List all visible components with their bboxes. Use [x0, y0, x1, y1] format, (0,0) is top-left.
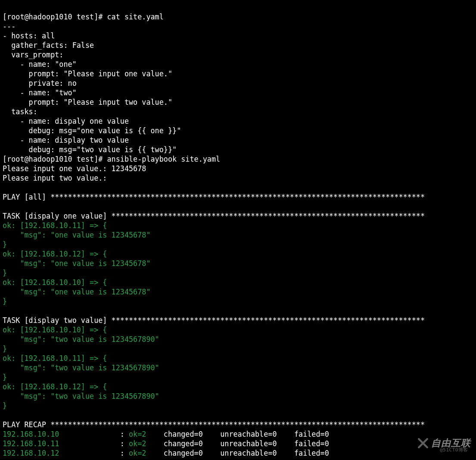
- yaml-line: - name: display two value: [3, 136, 129, 144]
- recap-host: 192.168.10.12: [3, 449, 116, 457]
- yaml-line: debug: msg="two value is {{ two}}": [3, 145, 177, 154]
- prompt: [root@hadoop1010 test]#: [3, 13, 107, 21]
- yaml-line: vars_prompt:: [3, 50, 63, 59]
- yaml-line: - name: "one": [3, 60, 77, 69]
- yaml-line: ---: [3, 22, 16, 31]
- task-result: "msg": "two value is 1234567890": [3, 363, 159, 372]
- task-result: ok: [192.168.10.11] => {: [3, 221, 107, 230]
- recap-rest: changed=0 unreachable=0 failed=0: [159, 449, 342, 457]
- yaml-line: debug: msg="one value is {{ one }}": [3, 126, 181, 135]
- command: ansible-playbook site.yaml: [107, 155, 220, 163]
- task-result: "msg": "one value is 12345678": [3, 259, 151, 268]
- task-result: ok: [192.168.10.10] => {: [3, 278, 107, 287]
- task-result: ok: [192.168.10.12] => {: [3, 250, 107, 258]
- task-result: }: [3, 344, 7, 353]
- task-result: "msg": "one value is 12345678": [3, 288, 151, 296]
- command: cat site.yaml: [107, 13, 163, 21]
- yaml-line: - hosts: all: [3, 31, 55, 40]
- task-result: }: [3, 269, 7, 277]
- recap-colon: :: [116, 430, 129, 438]
- watermark-x-icon: [417, 438, 429, 449]
- prompt: [root@hadoop1010 test]#: [3, 155, 107, 163]
- yaml-line: - name: dispaly one value: [3, 117, 129, 125]
- recap-rest: changed=0 unreachable=0 failed=0: [159, 439, 342, 448]
- task-result: ok: [192.168.10.10] => {: [3, 325, 107, 334]
- yaml-line: tasks:: [3, 107, 37, 116]
- recap-colon: :: [116, 439, 129, 448]
- recap-ok: ok=2: [129, 449, 159, 457]
- task-result: ok: [192.168.10.12] => {: [3, 382, 107, 391]
- yaml-line: private: no: [3, 79, 77, 88]
- recap-ok: ok=2: [129, 439, 159, 448]
- recap-colon: :: [116, 449, 129, 457]
- task-result: "msg": "two value is 1234567890": [3, 392, 159, 401]
- yaml-line: prompt: "Please input two value.": [3, 98, 172, 106]
- task-result: }: [3, 297, 7, 306]
- input-prompt: Please input two value.:: [3, 174, 112, 182]
- task-result: "msg": "one value is 12345678": [3, 231, 151, 239]
- task-result: ok: [192.168.10.11] => {: [3, 354, 107, 363]
- task-result: }: [3, 401, 7, 410]
- task-result: "msg": "two value is 1234567890": [3, 335, 159, 344]
- task-header: TASK [dispaly one value] ***************…: [3, 212, 425, 220]
- recap-header: PLAY RECAP *****************************…: [3, 420, 425, 429]
- yaml-line: - name: "two": [3, 88, 77, 97]
- watermark-sub: @51CTO博客: [440, 445, 468, 455]
- recap-rest: changed=0 unreachable=0 failed=0: [159, 430, 342, 438]
- play-header: PLAY [all] *****************************…: [3, 193, 425, 201]
- terminal[interactable]: [root@hadoop1010 test]# cat site.yaml --…: [0, 0, 476, 460]
- task-result: }: [3, 240, 7, 249]
- task-result: }: [3, 373, 7, 382]
- input-prompt: Please input one value.: 12345678: [3, 164, 146, 173]
- task-header: TASK [display two value] ***************…: [3, 316, 425, 325]
- yaml-line: prompt: "Please input one value.": [3, 69, 172, 78]
- recap-host: 192.168.10.11: [3, 439, 116, 448]
- yaml-line: gather_facts: False: [3, 41, 94, 50]
- recap-host: 192.168.10.10: [3, 430, 116, 438]
- recap-ok: ok=2: [129, 430, 159, 438]
